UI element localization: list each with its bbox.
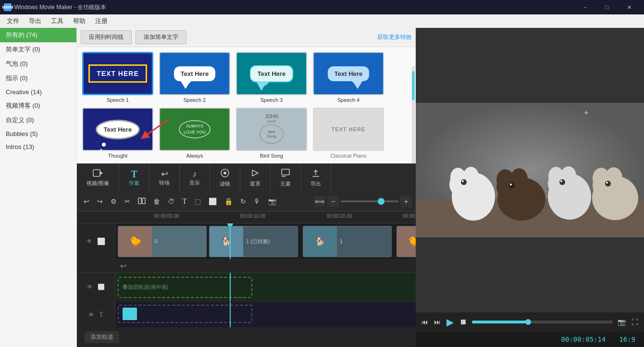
video-clip-2[interactable]: 🐕 1 xyxy=(303,226,392,257)
video-clip-1[interactable]: 🐕 1 (已转换) xyxy=(209,226,298,257)
split-button[interactable] xyxy=(135,195,149,208)
edit-toolbar: ↩ ↪ ⚙ ✂ 🗑 ⏱ T ⬚ ⬜ 🔒 ↻ 🎙 📷 ⟺ − xyxy=(77,192,416,211)
preview-video: ✈ xyxy=(416,28,644,312)
tool-mask[interactable]: 遮罩 xyxy=(246,166,264,189)
crop-button[interactable]: ⬚ xyxy=(192,196,204,207)
menu-register[interactable]: 注册 xyxy=(90,15,112,27)
prev-frame-button[interactable]: ⏮ xyxy=(421,317,429,327)
settings-button[interactable]: ⚙ xyxy=(108,196,120,207)
minimize-button[interactable]: − xyxy=(574,0,596,14)
classical-text: TEXT HERE xyxy=(332,126,366,132)
effect-thought[interactable]: Text Here Thought xyxy=(82,108,154,159)
overlay-lock-button[interactable]: ⬜ xyxy=(97,283,106,291)
sidebar-item-pointer[interactable]: 指示 (0) xyxy=(0,71,76,86)
tool-video[interactable]: 视频/图像 xyxy=(83,167,113,189)
svg-point-25 xyxy=(510,184,512,186)
redo-button[interactable]: ↪ xyxy=(94,196,106,207)
effect-label-speech2: Speech 2 xyxy=(184,97,206,103)
zoom-out-button[interactable]: − xyxy=(327,196,339,207)
sidebar-item-custom[interactable]: 自定义 (0) xyxy=(0,113,76,127)
sidebar-item-bubbles[interactable]: Bubbles (5) xyxy=(0,127,76,140)
bottom-toolbar: 视频/图像 T 字幕 ↩ 转场 ♪ 音乐 xyxy=(77,163,416,192)
menu-export[interactable]: 导出 xyxy=(24,15,46,27)
svg-point-4 xyxy=(223,172,226,174)
effect-birdsong[interactable]: JOHN JANE BirdSong Bird Song xyxy=(235,108,308,159)
tool-group-music: ♪ 音乐 xyxy=(180,164,210,192)
tool-music-label: 音乐 xyxy=(189,179,200,186)
sidebar-item-vlogger[interactable]: 视频博客 (0) xyxy=(0,99,76,113)
frame-button[interactable]: ⬜ xyxy=(206,196,220,207)
menu-help[interactable]: 帮助 xyxy=(68,15,90,27)
duration-button[interactable]: ⏱ xyxy=(165,196,177,207)
cut-button[interactable]: ✂ xyxy=(122,196,133,207)
sidebar-item-simple-text[interactable]: 简单文字 (0) xyxy=(0,42,76,57)
delete-button[interactable]: 🗑 xyxy=(150,196,163,207)
video-track-content: 🐤 0 🐕 1 (已转换) 🐕 xyxy=(115,223,416,259)
effect-speech4[interactable]: Text Here Speech 4 xyxy=(312,52,384,103)
effect-classical[interactable]: TEXT HERE Classical Piano xyxy=(312,108,384,159)
tool-export-label: 导出 xyxy=(310,180,321,187)
element-icon xyxy=(281,168,290,179)
preview-ratio-display: 16:9 xyxy=(615,335,639,344)
play-button[interactable]: ▶ xyxy=(446,315,455,329)
sidebar-item-intros[interactable]: Intros (13) xyxy=(0,140,76,153)
add-track-button[interactable]: 添加轨道 xyxy=(85,331,119,343)
rotate-button[interactable]: ↻ xyxy=(237,196,249,207)
effect-speech2[interactable]: Text Here Speech 2 xyxy=(159,52,231,103)
scroll-thumb xyxy=(412,71,415,100)
undo-button[interactable]: ↩ xyxy=(81,196,92,207)
text-clip-indicator xyxy=(123,308,137,320)
preview-progress-bar[interactable] xyxy=(472,321,613,323)
effect-speech1[interactable]: TEXT HERE Speech 1 xyxy=(82,52,154,103)
effect-speech3[interactable]: Text Here Speech 3 xyxy=(235,52,308,103)
effects-container: TEXT HERE Speech 1 Text Here xyxy=(77,47,416,163)
screenshot-button[interactable]: 📷 xyxy=(617,317,627,327)
mic-button[interactable]: 🎙 xyxy=(251,196,263,207)
overlay-add-track: 叠加层轨道(画中画) xyxy=(118,277,252,298)
zoom-fit-button[interactable]: ⟺ xyxy=(314,196,325,207)
lock-button[interactable]: 🔒 xyxy=(222,196,235,207)
apply-to-timeline-button[interactable]: 应用到时间线 xyxy=(81,30,132,44)
tool-caption[interactable]: T 字幕 xyxy=(125,167,143,189)
tool-export[interactable]: 导出 xyxy=(307,166,325,189)
zoom-in-button[interactable]: + xyxy=(400,196,412,207)
effect-always[interactable]: ALWAYSLOVE YOU Always xyxy=(159,108,231,159)
effect-label-speech1: Speech 1 xyxy=(107,97,129,103)
track-undo-button[interactable]: ↩ xyxy=(119,260,127,272)
svg-point-31 xyxy=(560,180,562,182)
transition-icon: ↩ xyxy=(161,170,168,178)
get-more-effects-link[interactable]: 获取更多特效 xyxy=(377,33,412,41)
track-lock-button[interactable]: ⬜ xyxy=(96,236,106,246)
tool-transition[interactable]: ↩ 转场 xyxy=(155,168,173,188)
add-simple-text-button[interactable]: 添加简单文字 xyxy=(136,30,186,44)
stop-button[interactable]: ⏹ xyxy=(458,317,468,327)
menu-file[interactable]: 文件 xyxy=(2,15,24,27)
always-text: ALWAYSLOVE YOU xyxy=(184,123,206,135)
sidebar-item-bubble[interactable]: 气泡 (0) xyxy=(0,57,76,71)
text-eye-button[interactable]: 👁 xyxy=(87,310,95,319)
menu-tools[interactable]: 工具 xyxy=(46,15,68,27)
tool-filter[interactable]: 滤镜 xyxy=(216,166,234,189)
text-button[interactable]: T xyxy=(179,195,190,208)
maximize-button[interactable]: □ xyxy=(596,0,618,14)
fullscreen-button[interactable]: ⛶ xyxy=(631,317,639,327)
speech2-bg: Text Here xyxy=(160,53,229,94)
video-clip-0[interactable]: 🐤 0 xyxy=(118,226,207,257)
prev-button[interactable]: ⏭ xyxy=(433,317,442,327)
zoom-slider[interactable] xyxy=(341,200,398,202)
tool-element[interactable]: 元素 xyxy=(276,166,295,189)
sidebar-item-creative[interactable]: Creative (14) xyxy=(0,86,76,99)
speech4-bubble: Text Here xyxy=(328,66,369,81)
svg-point-19 xyxy=(462,180,464,182)
tool-music[interactable]: ♪ 音乐 xyxy=(186,168,204,188)
add-track-row: 添加轨道 xyxy=(77,327,416,347)
overlay-eye-button[interactable]: 👁 xyxy=(86,283,94,291)
camera-button[interactable]: 📷 xyxy=(265,196,279,207)
video-clip-3[interactable]: 🐤 1 xyxy=(396,226,416,257)
text-playhead xyxy=(230,302,231,328)
tool-caption-label: 字幕 xyxy=(129,180,139,187)
sidebar: 所有的 (74) 简单文字 (0) 气泡 (0) 指示 (0) Creative… xyxy=(0,28,77,347)
track-eye-button[interactable]: 👁 xyxy=(86,237,93,246)
sidebar-item-all[interactable]: 所有的 (74) xyxy=(0,28,76,42)
close-button[interactable]: ✕ xyxy=(618,0,640,14)
